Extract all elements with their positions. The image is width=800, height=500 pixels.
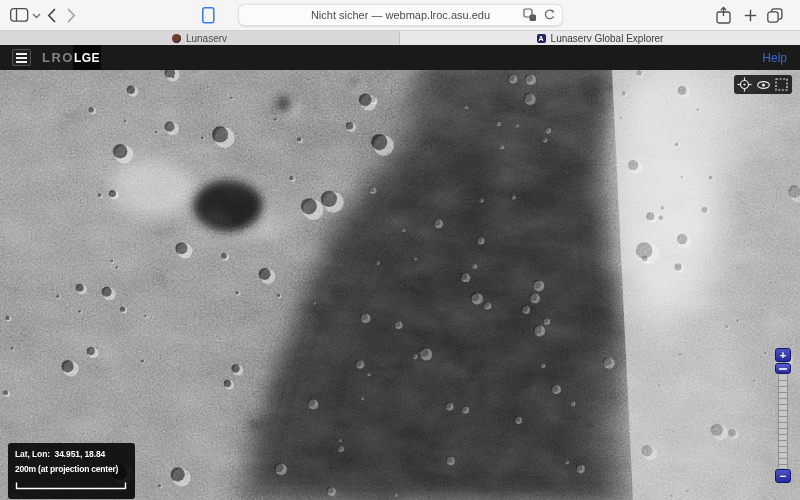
- share-icon[interactable]: [716, 6, 731, 24]
- show-tabs-icon[interactable]: [767, 8, 783, 23]
- address-bar[interactable]: Nicht sicher — webmap.lroc.asu.edu: [238, 4, 563, 26]
- browser-toolbar: Nicht sicher — webmap.lroc.asu.edu: [0, 0, 800, 30]
- tab-strip: Lunaserv A Lunaserv Global Explorer: [0, 30, 800, 45]
- tab-lunaserv[interactable]: Lunaserv: [0, 30, 400, 45]
- zoom-out-button[interactable]: −: [775, 469, 791, 483]
- chevron-down-icon[interactable]: [32, 13, 41, 19]
- browser-window: Nicht sicher — webmap.lroc.asu.edu: [0, 0, 800, 500]
- tab-label: Lunaserv Global Explorer: [551, 33, 664, 44]
- forward-icon[interactable]: [67, 8, 76, 23]
- help-link[interactable]: Help: [762, 51, 787, 65]
- map-canvas[interactable]: [0, 70, 800, 500]
- latlon-readout: Lat, Lon: 34.951, 18.84: [15, 449, 127, 459]
- sidebar-icon[interactable]: [10, 8, 29, 22]
- translate-icon[interactable]: [523, 8, 537, 22]
- zoom-in-button[interactable]: +: [775, 348, 791, 362]
- tab-lge[interactable]: LGE: [73, 45, 101, 70]
- tab-label: Lunaserv: [186, 33, 227, 44]
- map-control-bar: [734, 75, 792, 94]
- scale-bar: [15, 482, 127, 490]
- eye-icon[interactable]: [755, 77, 771, 92]
- lroc-app-bar: LROC LGE Help: [0, 45, 800, 70]
- page-icon[interactable]: [202, 7, 215, 24]
- new-tab-icon[interactable]: [744, 9, 757, 22]
- address-text: Nicht sicher — webmap.lroc.asu.edu: [311, 9, 490, 21]
- tab-lunaserv-global-explorer[interactable]: A Lunaserv Global Explorer: [400, 30, 800, 45]
- lunaserv-favicon: [172, 34, 181, 43]
- menu-icon[interactable]: [12, 49, 31, 66]
- latlon-label: Lat, Lon:: [15, 449, 50, 459]
- crosshair-icon[interactable]: [737, 77, 753, 92]
- zoom-slider-track[interactable]: [778, 375, 788, 468]
- zoom-slider-handle[interactable]: [775, 363, 791, 374]
- status-box: Lat, Lon: 34.951, 18.84 200m (at project…: [8, 443, 135, 499]
- select-area-icon[interactable]: [774, 77, 790, 92]
- back-icon[interactable]: [47, 8, 56, 23]
- scale-label: 200m (at projection center): [15, 464, 127, 474]
- lge-favicon: A: [537, 34, 546, 43]
- reload-icon[interactable]: [543, 8, 556, 22]
- latlon-value: 34.951, 18.84: [55, 449, 106, 459]
